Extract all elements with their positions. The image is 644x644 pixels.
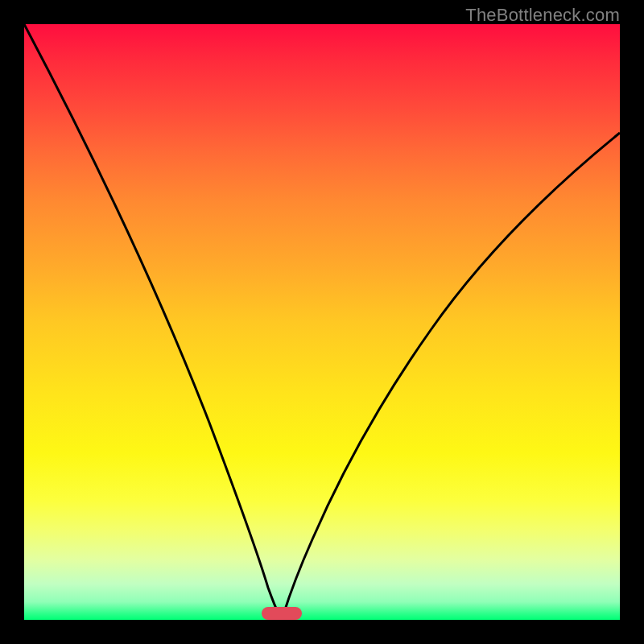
left-curve [24,24,282,620]
curve-layer [24,24,620,620]
plot-area [24,24,620,620]
watermark-text: TheBottleneck.com [465,5,620,26]
chart-frame: TheBottleneck.com [0,0,644,644]
bottleneck-marker [262,607,302,620]
right-curve [282,133,620,620]
